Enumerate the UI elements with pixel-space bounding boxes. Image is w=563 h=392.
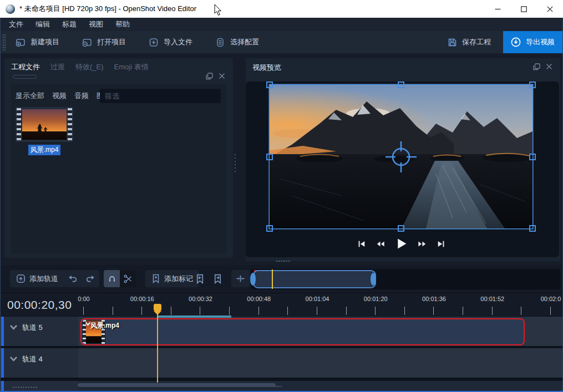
window-controls bbox=[485, 0, 563, 18]
track-name: 轨道 5 bbox=[22, 323, 43, 333]
transform-handle-left[interactable] bbox=[266, 154, 273, 160]
add-marker-icon bbox=[151, 274, 160, 283]
transform-handle-bottom-right[interactable] bbox=[529, 225, 536, 232]
tab-emoji[interactable]: Emoji 表情 bbox=[114, 62, 149, 72]
new-project-button[interactable]: 新建项目 bbox=[15, 37, 59, 48]
track-5-header[interactable]: 轨道 5 bbox=[0, 317, 78, 346]
playhead-line[interactable] bbox=[157, 314, 158, 383]
ruler-tick bbox=[317, 307, 317, 315]
ruler-tick bbox=[200, 307, 200, 315]
maximize-button[interactable] bbox=[511, 0, 537, 18]
transform-handle-bottom[interactable] bbox=[398, 225, 404, 232]
play-button[interactable] bbox=[395, 237, 408, 250]
close-panel-icon[interactable] bbox=[546, 63, 552, 70]
add-track-button[interactable]: 添加轨道 bbox=[10, 270, 64, 287]
range-handle-left[interactable] bbox=[250, 273, 256, 286]
filter-show-all[interactable]: 显示全部 bbox=[16, 91, 44, 101]
choose-profile-icon bbox=[215, 37, 226, 48]
chevron-down-icon[interactable] bbox=[9, 356, 18, 362]
jump-to-end-button[interactable] bbox=[437, 240, 445, 248]
ruler-scale[interactable]: 0:0000:00:1600:00:3200:00:4800:01:0400:0… bbox=[0, 293, 563, 316]
center-on-playhead-button[interactable] bbox=[231, 270, 250, 287]
export-video-button[interactable]: 导出视频 bbox=[503, 31, 563, 53]
previous-marker-button[interactable] bbox=[193, 272, 206, 286]
ruler-label: 00:00:16 bbox=[130, 296, 154, 302]
timeline-ruler[interactable]: 00:00:20,30 0:0000:00:1600:00:3200:00:48… bbox=[0, 293, 563, 316]
tab-project-files[interactable]: 工程文件 bbox=[11, 62, 40, 72]
float-panel-icon[interactable] bbox=[533, 63, 540, 70]
filter-input[interactable] bbox=[100, 89, 221, 103]
razor-tool-button[interactable] bbox=[120, 270, 136, 287]
filter-video[interactable]: 视频 bbox=[52, 91, 67, 101]
track-accent-bar bbox=[1, 348, 4, 378]
jump-to-start-button[interactable] bbox=[357, 240, 366, 248]
filter-audio[interactable]: 音频 bbox=[74, 91, 89, 101]
main-toolbar: 新建项目 打开项目 导入文件 bbox=[0, 31, 563, 53]
save-project-button[interactable]: 保存工程 bbox=[447, 37, 491, 48]
range-handle-right[interactable] bbox=[371, 273, 376, 286]
track-accent-bar bbox=[1, 381, 4, 392]
menu-file[interactable]: 文件 bbox=[3, 19, 29, 29]
project-files-view: 显示全部 视频 音频 图像 风景.m bbox=[11, 84, 226, 253]
open-project-icon bbox=[82, 37, 93, 48]
playhead-handle[interactable] bbox=[154, 304, 161, 311]
add-marker-button[interactable]: 添加标记 bbox=[145, 270, 199, 287]
file-item[interactable]: 风景.mp4 bbox=[16, 107, 73, 155]
panel-window-icons bbox=[206, 73, 225, 80]
rewind-button[interactable] bbox=[376, 240, 386, 248]
preview-panel-title: 视频预览 bbox=[252, 63, 281, 73]
add-marker-label: 添加标记 bbox=[164, 274, 193, 284]
menu-bar: 文件 编辑 标题 视图 帮助 bbox=[0, 18, 563, 31]
toolbar-drag-handle[interactable] bbox=[2, 34, 6, 50]
open-project-button[interactable]: 打开项目 bbox=[82, 37, 126, 48]
timeline-horizontal-scrollbar[interactable] bbox=[78, 383, 276, 387]
next-marker-button[interactable] bbox=[211, 272, 224, 286]
choose-profile-button[interactable]: 选择配置 bbox=[215, 37, 259, 48]
track-row: 轨道 5 风景.mp4 bbox=[0, 317, 563, 346]
snapping-toggle-button[interactable] bbox=[104, 270, 120, 287]
ruler-tick bbox=[433, 307, 434, 315]
minimize-button[interactable] bbox=[485, 0, 511, 18]
video-frame[interactable] bbox=[270, 85, 532, 228]
horizontal-splitter-handle[interactable] bbox=[276, 260, 290, 262]
track-4-lane[interactable] bbox=[78, 348, 563, 378]
menu-view[interactable]: 视图 bbox=[83, 19, 109, 29]
export-video-icon bbox=[510, 37, 521, 48]
import-files-button[interactable]: 导入文件 bbox=[148, 37, 192, 48]
tab-bar-scrollbar[interactable] bbox=[13, 75, 37, 79]
menu-edit[interactable]: 编辑 bbox=[29, 19, 56, 29]
transport-controls bbox=[270, 237, 532, 250]
undo-redo-group bbox=[64, 270, 99, 287]
menu-help[interactable]: 帮助 bbox=[109, 19, 136, 29]
close-panel-icon[interactable] bbox=[219, 73, 225, 80]
transform-handle-top[interactable] bbox=[398, 82, 404, 88]
float-panel-icon[interactable] bbox=[206, 73, 213, 80]
close-window-button[interactable] bbox=[537, 0, 563, 18]
ruler-tick bbox=[113, 307, 113, 315]
undo-button[interactable] bbox=[64, 270, 82, 287]
ruler-tick bbox=[492, 307, 493, 315]
transform-handle-top-left[interactable] bbox=[266, 82, 273, 88]
fast-forward-button[interactable] bbox=[417, 240, 427, 248]
transform-handle-bottom-left[interactable] bbox=[266, 225, 273, 232]
timeline-zoom-slider[interactable] bbox=[251, 269, 560, 289]
window-title: * 未命名项目 [HD 720p 30 fps] - OpenShot Vide… bbox=[19, 4, 196, 14]
tab-effects[interactable]: 特效(_E) bbox=[75, 62, 104, 72]
track-4-header[interactable]: 轨道 4 bbox=[0, 348, 78, 378]
tab-transitions[interactable]: 过渡 bbox=[50, 62, 65, 72]
transform-origin-crosshair[interactable] bbox=[381, 137, 421, 177]
transform-handle-right[interactable] bbox=[529, 154, 536, 160]
timeline-clip[interactable]: 风景.mp4 bbox=[80, 318, 525, 345]
vertical-splitter-handle[interactable] bbox=[234, 153, 236, 173]
redo-button[interactable] bbox=[82, 270, 99, 287]
transform-handle-top-right[interactable] bbox=[529, 82, 536, 88]
ruler-tick bbox=[550, 307, 551, 315]
center-on-playhead-icon bbox=[236, 274, 245, 283]
import-files-label: 导入文件 bbox=[164, 37, 192, 47]
title-bar[interactable]: * 未命名项目 [HD 720p 30 fps] - OpenShot Vide… bbox=[0, 0, 563, 18]
menu-title[interactable]: 标题 bbox=[56, 19, 83, 29]
chevron-down-icon[interactable] bbox=[9, 324, 18, 330]
ruler-tick bbox=[229, 307, 230, 315]
add-track-label: 添加轨道 bbox=[29, 274, 58, 284]
choose-profile-label: 选择配置 bbox=[230, 37, 259, 47]
